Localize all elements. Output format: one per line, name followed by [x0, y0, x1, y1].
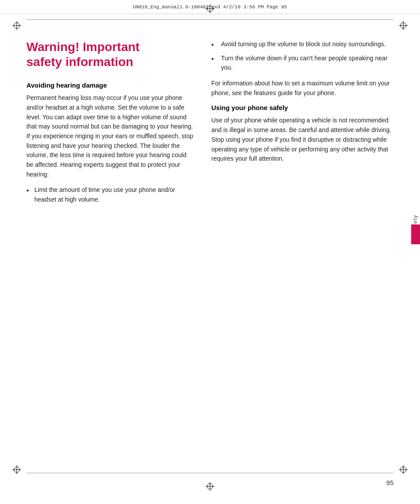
right-bullet-item-1: Avoid turning up the volume to block out…	[211, 40, 394, 49]
reg-mark-top-left	[12, 21, 21, 30]
avoiding-hearing-damage-heading: Avoiding hearing damage	[26, 81, 194, 89]
using-phone-safely-heading: Using your phone safely	[211, 104, 394, 111]
page-container: UN610_Eng_manual1.0-100402.qxd 4/2/10 3:…	[0, 0, 420, 504]
bottom-rule	[26, 473, 394, 473]
reg-mark-bottom-right	[399, 465, 408, 474]
main-heading: Warning! Important safety information	[26, 40, 194, 69]
left-bullet-item-1: Limit the amount of time you use your ph…	[26, 185, 194, 204]
right-bullet-list-top: Avoid turning up the volume to block out…	[211, 40, 394, 73]
reg-mark-bottom-left	[12, 465, 21, 474]
top-rule	[26, 19, 394, 20]
right-bullet-item-2: Turn the volume down if you can't hear p…	[211, 54, 394, 73]
left-bullet-list: Limit the amount of time you use your ph…	[26, 185, 194, 204]
hearing-damage-body: Permanent hearing loss may occur if you …	[26, 93, 194, 179]
content-area: Warning! Important safety information Av…	[26, 35, 394, 460]
reg-mark-bottom-center	[206, 482, 214, 491]
page-number: 95	[386, 479, 394, 486]
safety-tab-bar	[411, 224, 420, 244]
reg-mark-top-center	[206, 4, 214, 13]
volume-info-text: For information about how to set a maxim…	[211, 79, 394, 98]
reg-mark-top-right	[399, 21, 408, 30]
left-column: Warning! Important safety information Av…	[26, 35, 194, 460]
right-column: Avoid turning up the volume to block out…	[211, 35, 394, 460]
phone-safely-body: Use of your phone while operating a vehi…	[211, 116, 394, 163]
two-column-layout: Warning! Important safety information Av…	[26, 35, 394, 460]
